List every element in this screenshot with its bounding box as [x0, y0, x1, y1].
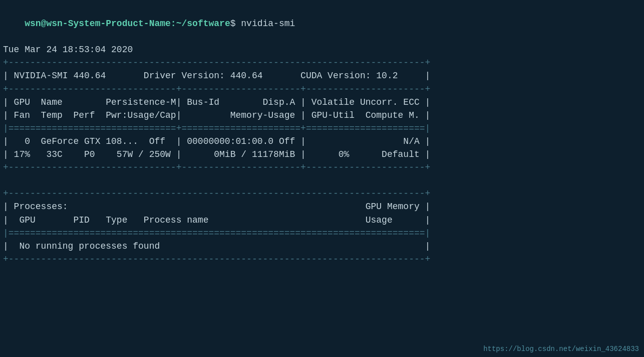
- proc-no-running: | No running processes found |: [0, 240, 644, 253]
- prompt-user: wsn@wsn-System-Product-Name:~/software: [25, 19, 230, 29]
- border-double2: |===============================+=======…: [0, 122, 644, 135]
- border-bottom-gpu: +-------------------------------+-------…: [0, 161, 644, 174]
- smi-header: | NVIDIA-SMI 440.64 Driver Version: 440.…: [0, 69, 644, 82]
- prompt-dollar: $: [230, 19, 236, 29]
- proc-header1: | Processes: GPU Memory |: [0, 200, 644, 213]
- border-proc-bottom: +---------------------------------------…: [0, 253, 644, 266]
- prompt-cmd: nvidia-smi: [236, 19, 295, 29]
- gpu-row1: | 0 GeForce GTX 108... Off | 00000000:01…: [0, 135, 644, 148]
- border-mid-top: +-------------------------------+-------…: [0, 83, 644, 96]
- empty-line1: [0, 174, 644, 187]
- col-header2: | Fan Temp Perf Pwr:Usage/Cap| Memory-Us…: [0, 109, 644, 122]
- gpu-row2: | 17% 33C P0 57W / 250W | 0MiB / 11178Mi…: [0, 148, 644, 161]
- terminal-window: wsn@wsn-System-Product-Name:~/software$ …: [0, 0, 644, 357]
- border-top: +---------------------------------------…: [0, 56, 644, 69]
- prompt-line: wsn@wsn-System-Product-Name:~/software$ …: [0, 4, 644, 43]
- watermark-link[interactable]: https://blog.csdn.net/weixin_43624833: [483, 345, 639, 353]
- col-header1: | GPU Name Persistence-M| Bus-Id Disp.A …: [0, 96, 644, 109]
- proc-header2: | GPU PID Type Process name Usage |: [0, 214, 644, 227]
- border-proc-double: |=======================================…: [0, 227, 644, 240]
- border-proc-top: +---------------------------------------…: [0, 187, 644, 200]
- datetime-line: Tue Mar 24 18:53:04 2020: [0, 43, 644, 56]
